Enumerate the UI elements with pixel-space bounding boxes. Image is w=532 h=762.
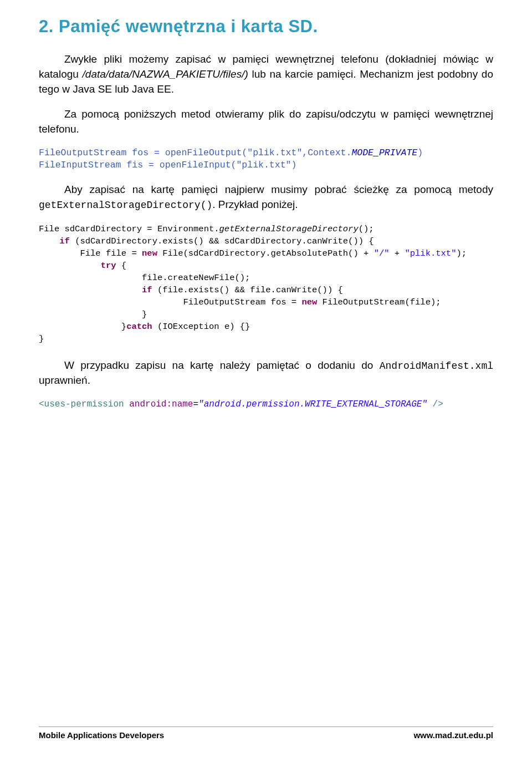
xml-tag: uses-permission	[44, 399, 124, 409]
j-l2-if: if	[59, 236, 70, 246]
j-l10: }	[39, 334, 44, 344]
j-l3b: File(sdCardDirectory.getAbsolutePath() +	[157, 248, 374, 258]
j-l2-indent	[39, 236, 59, 246]
xml-eq: =	[193, 399, 198, 409]
code-line-1a: FileOutputStream fos = openFileOutput("p…	[39, 148, 351, 158]
j-l6-indent	[39, 285, 142, 295]
paragraph-3: Aby zapisać na kartę pamięci najpierw mu…	[39, 182, 493, 213]
xml-attr-val: "android.permission.WRITE_EXTERNAL_STORA…	[198, 399, 427, 409]
p4-text-a: W przypadku zapisu na kartę należy pamię…	[64, 359, 380, 371]
j-l3a: File file =	[80, 248, 142, 258]
xml-open: <	[39, 399, 44, 409]
j-l3-indent	[39, 248, 80, 258]
j-l3s1: "/"	[374, 248, 390, 258]
j-l6-if: if	[142, 285, 152, 295]
j-l1a: File sdCardDirectory = Environment.	[39, 224, 219, 234]
page-footer: Mobile Applications Developers www.mad.z…	[39, 727, 493, 740]
code-line-1c: )	[417, 148, 423, 158]
j-l7-indent	[39, 297, 183, 307]
j-l4-try: try	[101, 261, 116, 271]
xml-close: />	[427, 399, 443, 409]
j-l6a: (file.exists() && file.canWrite()) {	[152, 285, 343, 295]
j-l2a: (sdCardDirectory.exists() && sdCardDirec…	[70, 236, 374, 246]
p4-text-b: uprawnień.	[39, 374, 90, 386]
j-l7b: FileOutputStream(file);	[317, 297, 441, 307]
paragraph-1: Zwykłe pliki możemy zapisać w pamięci we…	[39, 52, 493, 97]
j-l9-catch: catch	[126, 322, 152, 332]
j-l8a: }	[142, 309, 147, 319]
j-l1b: getExternalStorageDirectory	[219, 224, 359, 234]
j-l3c: +	[390, 248, 405, 258]
code-line-1-mode: MODE_PRIVATE	[351, 148, 417, 158]
j-l5-indent	[39, 273, 142, 283]
footer-left: Mobile Applications Developers	[39, 730, 164, 740]
p3-text-a: Aby zapisać na kartę pamięci najpierw mu…	[64, 184, 493, 195]
section-title: 2. Pamięć wewnętrzna i karta SD.	[39, 17, 493, 37]
xml-attr-name: android:name	[129, 399, 193, 409]
p1-italic-path: /data/data/NAZWA_PAKIETU/files/)	[83, 68, 248, 80]
footer-right: www.mad.zut.edu.pl	[413, 730, 493, 740]
j-l8-indent	[39, 309, 142, 319]
xml-sp	[124, 399, 130, 409]
j-l3d: );	[456, 248, 467, 258]
j-l4-indent	[39, 261, 101, 271]
paragraph-4: W przypadku zapisu na kartę należy pamię…	[39, 358, 493, 389]
p4-mono: AndroidManifest.xml	[380, 360, 493, 372]
paragraph-2: Za pomocą poniższych metod otwieramy pli…	[39, 107, 493, 137]
j-l9-indent	[39, 322, 121, 332]
code-line-2: FileInputStream fis = openFileInput("pli…	[39, 160, 296, 170]
j-l1c: ();	[359, 224, 374, 234]
xml-code-block: <uses-permission android:name="android.p…	[39, 398, 493, 410]
p3-text-b: . Przykład poniżej.	[212, 199, 298, 210]
j-l4a: {	[116, 261, 127, 271]
j-l7-new: new	[301, 297, 317, 307]
j-l3-new: new	[142, 248, 157, 258]
code-block-fileio: FileOutputStream fos = openFileOutput("p…	[39, 147, 493, 172]
java-code-block: File sdCardDirectory = Environment.getEx…	[39, 223, 493, 345]
j-l9a: }	[121, 322, 126, 332]
j-l9b: (IOException e) {}	[152, 322, 250, 332]
j-l7a: FileOutputStream fos =	[183, 297, 301, 307]
j-l3s2: "plik.txt"	[405, 248, 456, 258]
p3-mono: getExternalStorageDirectory()	[39, 200, 212, 211]
j-l5a: file.createNewFile();	[142, 273, 250, 283]
